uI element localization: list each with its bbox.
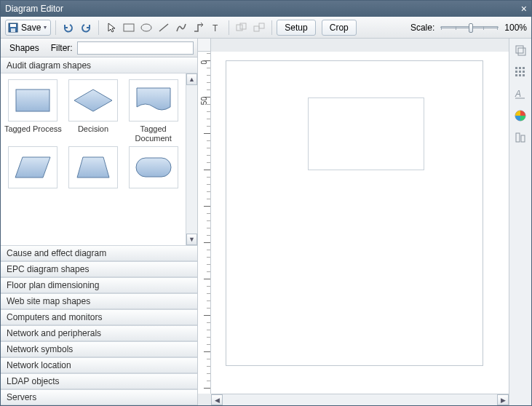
svg-rect-20 — [523, 71, 525, 73]
pointer-icon — [107, 23, 116, 33]
scale-label: Scale: — [410, 23, 434, 33]
connector-icon — [193, 23, 205, 33]
group-button[interactable] — [234, 20, 250, 36]
accordion-header[interactable]: Floor plan dimensioning — [1, 277, 197, 293]
pointer-tool[interactable] — [103, 20, 119, 36]
canvas-rect-shape[interactable] — [308, 97, 424, 170]
svg-rect-17 — [523, 67, 525, 69]
svg-text:T: T — [213, 23, 218, 33]
save-label: Save — [21, 23, 41, 33]
accordion-header[interactable]: Network location — [1, 357, 197, 373]
curve-tool[interactable] — [173, 20, 189, 36]
svg-rect-8 — [240, 23, 246, 29]
shapes-scrollbar[interactable]: ▲ ▼ — [186, 73, 197, 245]
scroll-right-icon[interactable]: ▶ — [497, 394, 509, 405]
accordion-content: Tagged Process Decision — [1, 73, 197, 245]
line-icon — [158, 23, 170, 33]
accordion-header[interactable]: EPC diagram shapes — [1, 261, 197, 277]
shapes-label: Shapes — [9, 43, 39, 53]
svg-rect-11 — [16, 89, 49, 111]
canvas-area: 050100150200 050 ◀ ▶ — [198, 39, 531, 405]
align-icon[interactable] — [513, 130, 528, 145]
svg-rect-18 — [515, 71, 517, 73]
scale-thumb[interactable] — [469, 23, 473, 33]
separator — [229, 20, 229, 35]
ruler-vertical[interactable]: 050 — [198, 52, 211, 394]
curve-icon — [175, 23, 187, 33]
connector-tool[interactable] — [191, 20, 207, 36]
shape-trapezoid[interactable] — [68, 146, 118, 188]
redo-icon — [80, 23, 92, 33]
scroll-up-icon[interactable]: ▲ — [186, 73, 197, 85]
accordion-header[interactable]: Servers — [1, 389, 197, 405]
svg-rect-23 — [523, 74, 525, 76]
canvas-viewport[interactable] — [211, 52, 509, 394]
save-button[interactable]: Save ▾ — [5, 20, 51, 36]
svg-rect-15 — [515, 67, 517, 69]
text-format-icon[interactable]: A — [513, 87, 528, 101]
canvas-main: 050100150200 050 ◀ ▶ — [198, 39, 509, 405]
accordion-header[interactable]: Computers and monitors — [1, 309, 197, 325]
rect-icon — [123, 23, 135, 32]
svg-rect-28 — [521, 135, 525, 142]
svg-point-4 — [141, 24, 151, 31]
ellipse-icon — [140, 23, 152, 32]
accordion-header[interactable]: Cause and effect diagram — [1, 245, 197, 261]
layers-icon[interactable] — [513, 43, 528, 57]
separator — [55, 20, 56, 35]
main-toolbar: Save ▾ T — [1, 17, 531, 39]
undo-icon — [63, 23, 74, 33]
ungroup-button[interactable] — [251, 20, 267, 36]
shape-tagged-document[interactable] — [129, 79, 178, 122]
filter-input[interactable] — [77, 41, 194, 55]
accordion-header[interactable]: Network symbols — [1, 341, 197, 357]
scale-slider[interactable] — [440, 26, 499, 28]
filter-label: Filter: — [51, 43, 73, 53]
shapes-grid: Tagged Process Decision — [1, 73, 186, 245]
undo-button[interactable] — [60, 20, 76, 36]
svg-rect-14 — [518, 48, 525, 55]
rect-tool[interactable] — [121, 20, 137, 36]
crop-button[interactable]: Crop — [322, 20, 357, 36]
svg-rect-13 — [516, 46, 523, 53]
shape-rounded[interactable] — [129, 146, 178, 188]
scroll-left-icon[interactable]: ◀ — [211, 394, 223, 405]
line-tool[interactable] — [156, 20, 172, 36]
shape-label: Decision — [78, 124, 108, 143]
shape-parallelogram[interactable] — [8, 146, 57, 188]
scroll-down-icon[interactable]: ▼ — [186, 234, 197, 245]
shape-decision[interactable] — [68, 79, 118, 122]
svg-rect-16 — [519, 67, 521, 69]
accordion-header[interactable]: LDAP objects — [1, 373, 197, 389]
svg-rect-1 — [10, 24, 16, 27]
svg-rect-7 — [237, 25, 242, 31]
ellipse-tool[interactable] — [138, 20, 154, 36]
svg-rect-19 — [519, 71, 521, 73]
shape-tagged-process[interactable] — [8, 79, 57, 122]
redo-button[interactable] — [78, 20, 94, 36]
accordion-header-expanded[interactable]: Audit diagram shapes — [1, 57, 197, 73]
body: Shapes Filter: Audit diagram shapes — [1, 39, 531, 405]
ungroup-icon — [253, 23, 265, 33]
separator — [98, 20, 99, 35]
color-icon[interactable] — [513, 108, 528, 123]
canvas-page — [226, 60, 483, 366]
svg-rect-10 — [259, 23, 264, 28]
grid-icon[interactable] — [513, 65, 528, 79]
svg-rect-9 — [254, 26, 259, 31]
accordion-header[interactable]: Network and peripherals — [1, 325, 197, 341]
ruler-corner — [198, 39, 211, 52]
save-caret-icon: ▾ — [44, 24, 47, 31]
svg-rect-2 — [11, 28, 15, 32]
svg-rect-12 — [136, 158, 171, 177]
shape-label: Tagged Document — [124, 124, 183, 143]
text-icon: T — [211, 23, 221, 33]
text-tool[interactable]: T — [208, 20, 224, 36]
accordion-header[interactable]: Web site map shapes — [1, 293, 197, 309]
window-title: Diagram Editor — [5, 4, 63, 14]
setup-button[interactable]: Setup — [277, 20, 315, 36]
shape-label: Tagged Process — [4, 124, 62, 143]
horizontal-scrollbar[interactable]: ◀ ▶ — [211, 394, 509, 405]
svg-rect-3 — [124, 24, 134, 31]
close-icon[interactable]: × — [521, 3, 527, 15]
